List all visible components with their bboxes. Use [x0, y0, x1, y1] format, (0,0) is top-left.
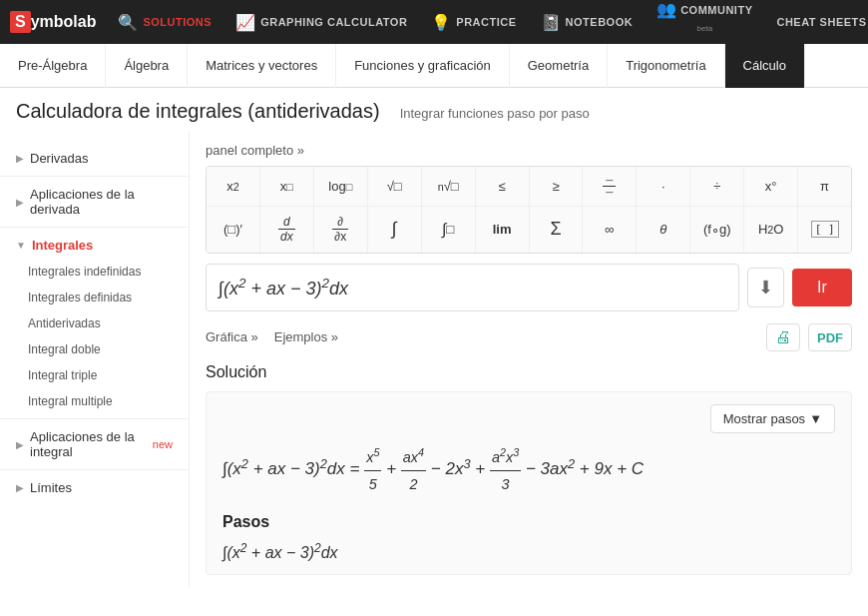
symbol-dot[interactable]: ·	[637, 167, 690, 206]
symbol-integral[interactable]: ∫	[368, 207, 422, 253]
sidebar-item-limites[interactable]: ▶ Límites	[0, 474, 189, 501]
chevron-right-icon: ▶	[16, 153, 24, 164]
nav-cheatsheets-label: CHEAT SHEETS	[776, 16, 866, 28]
sidebar-item-derivadas[interactable]: ▶ Derivadas	[0, 145, 189, 172]
dropdown-icon: ▼	[809, 411, 822, 426]
nav-solutions[interactable]: 🔍 SOLUTIONS	[108, 0, 221, 44]
top-nav: S ymbolab 🔍 SOLUTIONS 📈 GRAPHING CALCULA…	[0, 0, 868, 44]
symbol-keyboard: x2 x□ log□ √□ n√□ ≤ ≥ ─ ─ · ÷ x° π	[206, 166, 852, 254]
symbol-matrix[interactable]: [ ]	[798, 207, 851, 253]
symbol-theta[interactable]: θ	[637, 207, 690, 253]
content-area: ▶ Derivadas ▶ Aplicaciones de la derivad…	[0, 131, 868, 587]
nav-trigonometria[interactable]: Trigonometría	[608, 44, 724, 88]
new-badge: new	[153, 438, 173, 450]
sidebar-sub-label: Antiderivadas	[28, 316, 101, 330]
tabs-row: Gráfica Ejemplos 🖨 PDF	[206, 323, 852, 351]
nav-pre-algebra[interactable]: Pre-Álgebra	[0, 44, 106, 88]
sidebar-item-integral-triple[interactable]: Integral triple	[0, 362, 189, 388]
sidebar-item-integrales-indefinidas[interactable]: Integrales indefinidas	[0, 259, 189, 285]
sidebar-item-label: Aplicaciones de la integral	[30, 429, 143, 459]
sidebar-item-label: Derivadas	[30, 151, 89, 166]
symbol-compose[interactable]: (f∘g)	[690, 207, 744, 253]
sidebar-sub-label: Integral doble	[28, 342, 101, 356]
download-icon: ⬇	[758, 277, 773, 299]
sidebar-item-integral-multiple[interactable]: Integral multiple	[0, 388, 189, 414]
nav-geometria[interactable]: Geometría	[510, 44, 608, 88]
sidebar-item-integrales-definidas[interactable]: Integrales definidas	[0, 285, 189, 310]
sidebar-sub-label: Integral triple	[28, 368, 97, 382]
page-title: Calculadora de integrales (antiderivadas…	[16, 100, 380, 123]
chevron-right-icon: ▶	[16, 197, 24, 208]
symbol-row-1: x2 x□ log□ √□ n√□ ≤ ≥ ─ ─ · ÷ x° π	[207, 167, 851, 207]
second-nav: Pre-Álgebra Álgebra Matrices y vectores …	[0, 44, 868, 88]
symbol-sum[interactable]: Σ	[530, 207, 584, 253]
sidebar-item-aplicaciones-integral[interactable]: ▶ Aplicaciones de la integral new	[0, 423, 189, 465]
chevron-right-icon: ▶	[16, 482, 24, 493]
sidebar-sub-label: Integrales definidas	[28, 291, 132, 305]
nav-notebook-label: NOTEBOOK	[566, 16, 634, 28]
sidebar-sub-label: Integrales indefinidas	[28, 265, 141, 279]
nav-community[interactable]: 👥 COMMUNITY beta	[647, 0, 762, 44]
print-button[interactable]: 🖨	[766, 323, 800, 351]
logo[interactable]: S ymbolab	[10, 11, 96, 33]
tabs-left: Gráfica Ejemplos	[206, 325, 354, 348]
show-steps-label: Mostrar pasos	[723, 411, 805, 426]
nav-graphing[interactable]: 📈 GRAPHING CALCULATOR	[225, 0, 417, 44]
symbol-xdeg[interactable]: x°	[744, 167, 798, 206]
logo-s: S	[10, 11, 31, 33]
tab-grafica[interactable]: Gráfica	[206, 325, 258, 348]
nav-cheatsheets[interactable]: CHEAT SHEETS	[766, 0, 868, 44]
symbol-geq[interactable]: ≥	[530, 167, 584, 206]
community-icon: 👥	[656, 0, 676, 19]
symbol-h2o[interactable]: H2O	[744, 207, 798, 253]
nav-practice-label: PRACTICE	[456, 16, 516, 28]
sidebar-section-calculus: ▶ Derivadas ▶ Aplicaciones de la derivad…	[0, 139, 189, 507]
chevron-down-icon: ▼	[16, 240, 26, 251]
sidebar: ▶ Derivadas ▶ Aplicaciones de la derivad…	[0, 131, 190, 587]
symbol-log[interactable]: log□	[314, 167, 368, 206]
download-button[interactable]: ⬇	[747, 268, 784, 308]
pdf-button[interactable]: PDF	[808, 323, 852, 351]
nav-practice[interactable]: 💡 PRACTICE	[421, 0, 526, 44]
practice-icon: 💡	[431, 13, 451, 32]
symbol-row-2: (□)′ d dx ∂ ∂x ∫ ∫□ lim Σ ∞	[207, 207, 851, 253]
sidebar-divider	[0, 418, 189, 419]
symbol-prime[interactable]: (□)′	[207, 207, 260, 253]
nav-notebook[interactable]: 📓 NOTEBOOK	[531, 0, 644, 44]
nav-funciones[interactable]: Funciones y graficación	[336, 44, 510, 88]
symbol-leq[interactable]: ≤	[476, 167, 530, 206]
symbol-pi[interactable]: π	[798, 167, 851, 206]
symbol-sqrt[interactable]: √□	[368, 167, 422, 206]
sidebar-item-integral-doble[interactable]: Integral doble	[0, 336, 189, 362]
page-title-row: Calculadora de integrales (antiderivadas…	[0, 88, 868, 131]
sidebar-item-aplicaciones-derivada[interactable]: ▶ Aplicaciones de la derivada	[0, 181, 189, 223]
print-icon: 🖨	[775, 328, 791, 345]
symbol-div[interactable]: ÷	[690, 167, 744, 206]
nav-graphing-label: GRAPHING CALCULATOR	[260, 16, 407, 28]
nav-algebra[interactable]: Álgebra	[106, 44, 188, 88]
sidebar-item-antiderivadas[interactable]: Antiderivadas	[0, 310, 189, 336]
nav-solutions-label: SOLUTIONS	[143, 16, 212, 28]
symbol-frac-bar[interactable]: ─ ─	[583, 167, 637, 206]
symbol-lim[interactable]: lim	[476, 207, 530, 253]
symbol-integral-def[interactable]: ∫□	[422, 207, 476, 253]
tabs-right: 🖨 PDF	[766, 323, 852, 351]
panel-link[interactable]: panel completo »	[206, 143, 852, 158]
show-steps-button[interactable]: Mostrar pasos ▼	[710, 404, 835, 433]
symbol-x2[interactable]: x2	[207, 167, 260, 206]
symbol-nthroot[interactable]: n√□	[422, 167, 476, 206]
tab-ejemplos[interactable]: Ejemplos	[274, 325, 338, 348]
symbol-xn[interactable]: x□	[260, 167, 314, 206]
input-row: ∫(x2 + ax − 3)2dx ⬇ Ir	[206, 264, 852, 311]
pdf-icon: PDF	[817, 330, 843, 345]
nav-matrices[interactable]: Matrices y vectores	[188, 44, 336, 88]
symbol-partial[interactable]: ∂ ∂x	[314, 207, 368, 253]
go-button[interactable]: Ir	[792, 269, 852, 307]
chevron-right-icon: ▶	[16, 439, 24, 450]
integral-input[interactable]: ∫(x2 + ax − 3)2dx	[206, 264, 739, 311]
nav-calculo[interactable]: Cálculo	[725, 44, 805, 88]
logo-rest: ymbolab	[31, 13, 97, 31]
symbol-infinity[interactable]: ∞	[583, 207, 637, 253]
sidebar-item-integrales[interactable]: ▼ Integrales	[0, 232, 189, 259]
symbol-ddx[interactable]: d dx	[260, 207, 314, 253]
